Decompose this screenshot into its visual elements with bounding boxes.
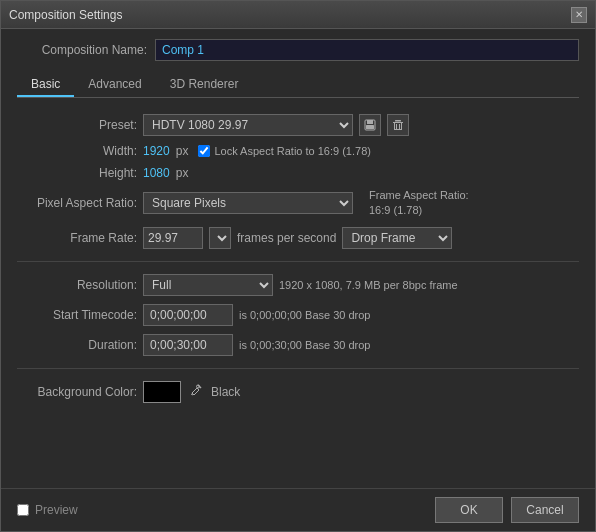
preview-row: Preview	[17, 503, 78, 517]
width-value[interactable]: 1920	[143, 144, 170, 158]
duration-label: Duration:	[17, 338, 137, 352]
svg-point-11	[197, 385, 200, 388]
lock-aspect-label: Lock Aspect Ratio to 16:9 (1.78)	[214, 145, 371, 157]
composition-name-row: Composition Name:	[17, 39, 579, 61]
divider-2	[17, 368, 579, 369]
divider-1	[17, 261, 579, 262]
resolution-select[interactable]: Full Half Third Quarter Custom	[143, 274, 273, 296]
duration-info: is 0;00;30;00 Base 30 drop	[239, 339, 370, 351]
start-timecode-info: is 0;00;00;00 Base 30 drop	[239, 309, 370, 321]
bottom-bar: Preview OK Cancel	[1, 488, 595, 531]
svg-rect-4	[395, 120, 401, 122]
frame-rate-row: Frame Rate: ▼ frames per second Drop Fra…	[17, 227, 579, 249]
resolution-label: Resolution:	[17, 278, 137, 292]
delete-preset-button[interactable]	[387, 114, 409, 136]
tabs-bar: Basic Advanced 3D Renderer	[17, 73, 579, 98]
drop-frame-select[interactable]: Drop Frame Non-Drop Frame	[342, 227, 452, 249]
resolution-row: Resolution: Full Half Third Quarter Cust…	[17, 274, 579, 296]
cancel-button[interactable]: Cancel	[511, 497, 579, 523]
bg-color-swatch[interactable]	[143, 381, 181, 403]
save-preset-button[interactable]	[359, 114, 381, 136]
svg-rect-8	[396, 124, 397, 129]
resolution-info: 1920 x 1080, 7.9 MB per 8bpc frame	[279, 279, 458, 291]
preset-row: Preset: HDTV 1080 29.97 HDTV 1080 25 HDT…	[17, 114, 579, 136]
duration-row: Duration: is 0;00;30;00 Base 30 drop	[17, 334, 579, 356]
svg-rect-7	[394, 129, 402, 130]
height-value[interactable]: 1080	[143, 166, 170, 180]
title-bar: Composition Settings ✕	[1, 1, 595, 29]
preset-label: Preset:	[17, 118, 137, 132]
frame-rate-label: Frame Rate:	[17, 231, 137, 245]
preset-select[interactable]: HDTV 1080 29.97 HDTV 1080 25 HDTV 720 29…	[143, 114, 353, 136]
width-unit: px	[176, 144, 189, 158]
basic-form: Preset: HDTV 1080 29.97 HDTV 1080 25 HDT…	[17, 114, 579, 403]
svg-rect-2	[366, 125, 374, 129]
dialog-content: Composition Name: Basic Advanced 3D Rend…	[1, 29, 595, 488]
pixel-aspect-row: Pixel Aspect Ratio: Square Pixels D1/DV …	[17, 188, 579, 219]
ok-button[interactable]: OK	[435, 497, 503, 523]
start-timecode-row: Start Timecode: is 0;00;00;00 Base 30 dr…	[17, 304, 579, 326]
pixel-aspect-label: Pixel Aspect Ratio:	[17, 196, 137, 210]
close-button[interactable]: ✕	[571, 7, 587, 23]
bg-color-label: Background Color:	[17, 385, 137, 399]
composition-settings-dialog: Composition Settings ✕ Composition Name:…	[0, 0, 596, 532]
svg-rect-1	[367, 120, 373, 124]
width-label: Width:	[17, 144, 137, 158]
height-label: Height:	[17, 166, 137, 180]
tab-3d-renderer[interactable]: 3D Renderer	[156, 73, 253, 97]
height-row: Height: 1080 px	[17, 166, 579, 180]
lock-aspect-checkbox[interactable]	[198, 145, 210, 157]
frame-aspect-info: Frame Aspect Ratio: 16:9 (1.78)	[369, 188, 469, 219]
preview-checkbox[interactable]	[17, 504, 29, 516]
tab-advanced[interactable]: Advanced	[74, 73, 155, 97]
tab-basic[interactable]: Basic	[17, 73, 74, 97]
bg-color-name: Black	[211, 385, 240, 399]
composition-name-label: Composition Name:	[17, 43, 147, 57]
frame-rate-input[interactable]	[143, 227, 203, 249]
frame-aspect-label: Frame Aspect Ratio:	[369, 188, 469, 203]
svg-rect-5	[394, 123, 395, 130]
svg-rect-6	[401, 123, 402, 130]
composition-name-input[interactable]	[155, 39, 579, 61]
start-timecode-input[interactable]	[143, 304, 233, 326]
bg-color-row: Background Color: Black	[17, 381, 579, 403]
frame-rate-dropdown[interactable]: ▼	[209, 227, 231, 249]
fps-label: frames per second	[237, 231, 336, 245]
start-timecode-label: Start Timecode:	[17, 308, 137, 322]
width-row: Width: 1920 px Lock Aspect Ratio to 16:9…	[17, 144, 579, 158]
dialog-title: Composition Settings	[9, 8, 122, 22]
lock-aspect-row: Lock Aspect Ratio to 16:9 (1.78)	[198, 145, 371, 157]
button-row: OK Cancel	[435, 497, 579, 523]
svg-rect-9	[399, 124, 400, 129]
frame-aspect-value: 16:9 (1.78)	[369, 203, 469, 218]
eyedropper-button[interactable]	[187, 383, 205, 400]
duration-input[interactable]	[143, 334, 233, 356]
height-unit: px	[176, 166, 189, 180]
preview-label: Preview	[35, 503, 78, 517]
pixel-aspect-select[interactable]: Square Pixels D1/DV NTSC (0.91) D1/DV PA…	[143, 192, 353, 214]
svg-rect-3	[393, 122, 403, 123]
